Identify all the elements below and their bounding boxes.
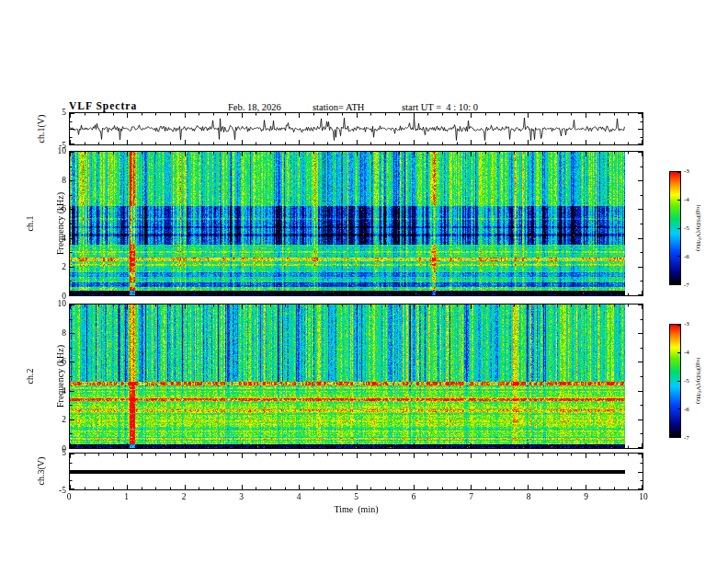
colorbar-tick-label: -7 bbox=[684, 282, 689, 289]
y-tick-label: 10 bbox=[58, 146, 67, 155]
x-tick-label: 5 bbox=[354, 492, 358, 501]
y-tick-label: 8 bbox=[62, 328, 66, 338]
colorbar-ch2-label: log(PSD)/(V²/Hz) bbox=[695, 358, 702, 404]
colorbar-tick-label: -5 bbox=[684, 377, 689, 385]
ch3-waveform-canvas bbox=[70, 454, 643, 489]
ch1-spectrogram-canvas bbox=[70, 152, 643, 295]
figure-station: station= ATH bbox=[313, 102, 364, 112]
figure-start-ut: start UT = 4 : 10: 0 bbox=[402, 102, 478, 112]
colorbar-tick-label: -4 bbox=[684, 196, 689, 203]
figure-date: Feb. 18, 2026 bbox=[228, 102, 281, 112]
colorbar-tick-label: -6 bbox=[684, 253, 689, 260]
y-tick-label: 5 bbox=[62, 108, 66, 117]
ch3-wave-ytick-labels: 5 -5 bbox=[42, 453, 66, 490]
x-tick-label: 8 bbox=[527, 492, 531, 501]
x-tick-label: 9 bbox=[584, 492, 588, 501]
colorbar-tick-label: -3 bbox=[684, 167, 689, 175]
x-tick-label: 3 bbox=[239, 492, 244, 501]
x-tick-label: 0 bbox=[67, 492, 72, 501]
x-tick-label: 2 bbox=[182, 492, 187, 501]
x-tick-label: 4 bbox=[297, 492, 301, 501]
ch2-axis-channel: ch.2 bbox=[25, 345, 35, 408]
y-tick-label: 2 bbox=[62, 415, 66, 424]
ch2-spec-ytick-labels: 10 8 6 4 2 0 bbox=[42, 304, 66, 449]
colorbar-ch1-label: log(PSD)/(V²/Hz) bbox=[695, 205, 702, 251]
colorbar-tick-label: -7 bbox=[684, 434, 689, 442]
y-tick-label: 10 bbox=[58, 299, 67, 308]
ch1-wave-ytick-labels: 5 -5 bbox=[42, 112, 66, 145]
colorbar-tick-label: -5 bbox=[684, 224, 689, 232]
y-tick-label: 4 bbox=[62, 234, 66, 243]
colorbar-ch1 bbox=[669, 171, 681, 285]
ch1-waveform-canvas bbox=[70, 113, 643, 144]
ch1-spectrogram-panel bbox=[69, 151, 643, 296]
y-tick-label: 2 bbox=[62, 262, 66, 271]
colorbar-ch2 bbox=[669, 324, 681, 438]
x-axis-title: Time (min) bbox=[69, 504, 643, 514]
colorbar-tick-label: -4 bbox=[684, 349, 689, 356]
ch1-spec-ytick-labels: 10 8 6 4 2 0 bbox=[42, 151, 66, 296]
colorbar-tick-label: -3 bbox=[684, 320, 689, 327]
colorbar-ch1-canvas bbox=[670, 172, 680, 284]
y-tick-label: 6 bbox=[62, 204, 66, 213]
colorbar-tick-label: -6 bbox=[684, 406, 689, 413]
x-tick-label: 10 bbox=[639, 492, 648, 501]
x-tick-label: 1 bbox=[124, 492, 129, 501]
vlf-spectra-figure: VLF Spectra Feb. 18, 2026 station= ATH s… bbox=[0, 0, 728, 563]
y-tick-label: 4 bbox=[62, 386, 66, 396]
x-tick-labels: 0 1 2 3 4 5 6 7 8 9 10 bbox=[69, 492, 643, 503]
ch1-waveform-panel bbox=[69, 112, 643, 145]
y-tick-label: 5 bbox=[62, 448, 66, 457]
ch2-spectrogram-canvas bbox=[70, 304, 643, 448]
y-tick-label: 8 bbox=[62, 176, 66, 185]
colorbar-ch2-canvas bbox=[670, 325, 680, 437]
x-tick-label: 6 bbox=[412, 492, 416, 501]
y-tick-label: 6 bbox=[62, 357, 66, 366]
ch1-axis-channel: ch.1 bbox=[25, 192, 35, 255]
ch3-waveform-panel bbox=[69, 453, 643, 490]
figure-title: VLF Spectra bbox=[69, 100, 137, 111]
ch2-spectrogram-panel bbox=[69, 304, 643, 449]
x-tick-label: 7 bbox=[469, 492, 473, 501]
y-tick-label: -5 bbox=[59, 486, 66, 495]
